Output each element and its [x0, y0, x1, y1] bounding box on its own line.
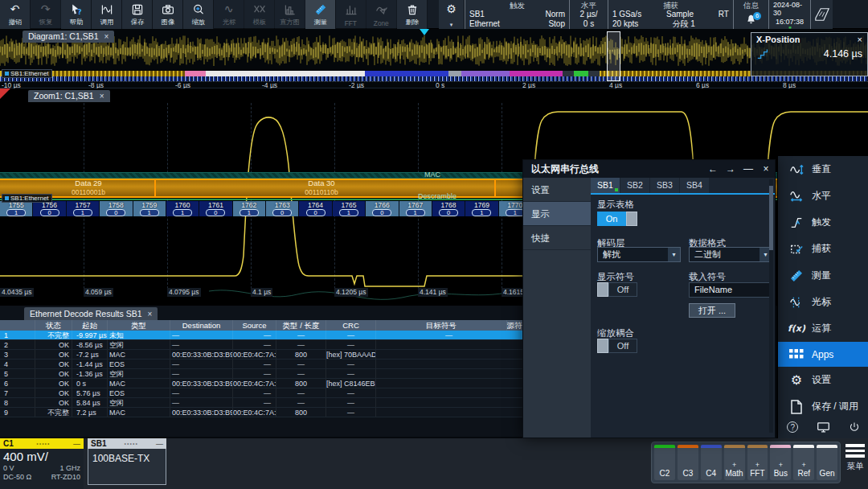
- frame-label[interactable]: Data 30 00110110b: [305, 179, 338, 198]
- column-header[interactable]: 目标符号: [376, 320, 507, 331]
- column-header[interactable]: Destination: [170, 320, 233, 331]
- sidebar-item-horizontal[interactable]: 水平: [778, 183, 868, 209]
- dialog-scrollbar[interactable]: [769, 179, 773, 433]
- table-row[interactable]: 1不完整-9.997 µs未知——————: [0, 331, 530, 340]
- channel-button[interactable]: Gen: [817, 445, 837, 480]
- frame-label[interactable]: Data 29 00110001b: [72, 179, 105, 198]
- histogram-button[interactable]: 直方图: [275, 0, 305, 29]
- toggle-off-state[interactable]: Off: [608, 339, 637, 353]
- zoom-coupling-toggle[interactable]: Off: [597, 339, 637, 353]
- close-icon[interactable]: ×: [757, 163, 775, 175]
- power-icon[interactable]: [849, 421, 860, 433]
- dialog-nav-item[interactable]: 设置: [523, 178, 591, 202]
- bus-tab[interactable]: SB3: [650, 178, 679, 193]
- recall-button[interactable]: 调用: [92, 0, 122, 29]
- bus-sb1-card[interactable]: SB1 ••••• — 100BASE-TX: [88, 438, 166, 485]
- sidebar-item-settings[interactable]: ⚙ 设置: [778, 367, 868, 393]
- sidebar-item-save-recall[interactable]: 保存 / 调用: [778, 393, 868, 420]
- channel-button[interactable]: C3: [678, 445, 698, 480]
- column-header[interactable]: 类型 / 长度: [276, 320, 326, 331]
- undo-button[interactable]: ↶ 撤销: [0, 0, 31, 29]
- tab-decode-results[interactable]: Ethernet Decode Results SB1 ×: [24, 307, 158, 320]
- ethernet-bus-dialog[interactable]: 以太网串行总线 ← → — × 设置显示快捷 SB1SB2SB3SB4 显示表格…: [522, 159, 776, 438]
- channel-c1-card[interactable]: C1 ••••• — 400 mV/ 0 V1 GHz DC-50 ΩRT-ZD…: [0, 438, 84, 489]
- bit-cell[interactable]: 1759 1: [133, 201, 166, 216]
- zoom-button[interactable]: 缩放: [183, 0, 214, 29]
- table-row[interactable]: 9不完整7.2 µsMAC00:E0:33:0B:D3:B900:E0:4C:7…: [0, 408, 530, 417]
- channel-button[interactable]: + FFT: [747, 445, 768, 480]
- measure-button[interactable]: 测量: [305, 0, 336, 29]
- minimize-icon[interactable]: —: [73, 440, 80, 448]
- channel-button[interactable]: + Math: [724, 445, 745, 480]
- bell-icon[interactable]: 6: [745, 14, 757, 25]
- dialog-titlebar[interactable]: 以太网串行总线 ← → — ×: [523, 160, 775, 178]
- sidebar-item-math[interactable]: f(x) 运算: [778, 315, 868, 342]
- bus-signal-badge[interactable]: SB1:Ethernet: [2, 69, 52, 78]
- channel-button[interactable]: C2: [654, 445, 675, 480]
- bit-cell[interactable]: 1756 0: [33, 201, 66, 216]
- bus-tab[interactable]: SB4: [680, 178, 709, 193]
- toolbar-settings-button[interactable]: ⚙ ▾: [439, 0, 465, 29]
- chevron-down-icon[interactable]: ▾: [668, 248, 680, 261]
- bit-cell[interactable]: 1763 0: [266, 201, 299, 216]
- bit-cell[interactable]: 1769 1: [465, 201, 498, 216]
- table-row[interactable]: 4OK-1.44 µsEOS————: [0, 360, 530, 369]
- sidebar-item-cursor[interactable]: 光标: [778, 289, 868, 315]
- minimize-icon[interactable]: —: [156, 440, 163, 448]
- bus-signal-badge[interactable]: SB1:Ethernet: [2, 194, 52, 203]
- x-position-panel[interactable]: X-Position × 4.146 µs: [751, 32, 868, 76]
- bus-tab[interactable]: SB2: [620, 178, 649, 193]
- sidebar-item-apps[interactable]: Apps: [778, 342, 868, 367]
- decode-layer-select[interactable]: 解扰 ▾: [597, 247, 681, 262]
- sidebar-item-acquisition[interactable]: 捕获: [778, 236, 868, 262]
- sidebar-item-measure[interactable]: 测量: [778, 262, 868, 289]
- delete-button[interactable]: 删除: [397, 0, 428, 29]
- trigger-position-marker[interactable]: [420, 29, 429, 35]
- horizontal-status[interactable]: 水平 2 µs/ 0 s: [569, 0, 608, 29]
- drag-handle[interactable]: •••••: [106, 441, 156, 446]
- mask-button[interactable]: 模板: [244, 0, 275, 29]
- bit-cell[interactable]: 1766 0: [366, 201, 399, 216]
- show-symbols-toggle[interactable]: Off: [597, 282, 637, 297]
- channel-button[interactable]: + Ref: [793, 445, 814, 480]
- toggle-knob[interactable]: [626, 212, 637, 226]
- column-header[interactable]: Source: [233, 320, 276, 331]
- bit-cell[interactable]: 1765 1: [333, 201, 366, 216]
- close-icon[interactable]: ×: [100, 90, 104, 102]
- show-table-toggle[interactable]: On: [597, 212, 637, 226]
- overview-diagram[interactable]: Diagram1: C1,SB1 × SB1:Ethernet -10 µs-8…: [0, 29, 868, 88]
- save-button[interactable]: 保存: [122, 0, 153, 29]
- column-header[interactable]: 类型: [108, 320, 170, 331]
- filename-input[interactable]: FileName: [689, 282, 772, 298]
- toggle-knob[interactable]: [597, 339, 608, 353]
- data-format-select[interactable]: 二进制 ▾: [689, 247, 772, 262]
- table-row[interactable]: 2OK-8.56 µs空闲————: [0, 340, 530, 350]
- dialog-nav-item[interactable]: 快捷: [523, 226, 591, 250]
- forward-icon[interactable]: →: [722, 163, 739, 175]
- table-row[interactable]: 7OK5.76 µsEOS————: [0, 388, 530, 398]
- close-icon[interactable]: ×: [104, 31, 109, 43]
- toggle-knob[interactable]: [597, 282, 608, 297]
- help-button[interactable]: ? 帮助: [61, 0, 92, 29]
- channel-button[interactable]: C4: [701, 445, 722, 480]
- bus-tab[interactable]: SB1: [591, 178, 620, 193]
- minimize-icon[interactable]: —: [739, 163, 757, 175]
- screenshot-button[interactable]: 图像: [153, 0, 183, 29]
- toggle-off-state[interactable]: Off: [608, 282, 637, 297]
- bit-cell[interactable]: 1768 0: [432, 201, 465, 216]
- menu-button[interactable]: 菜单: [842, 444, 868, 472]
- cursor-button[interactable]: ∿ 光标: [214, 0, 244, 29]
- tab-zoom1[interactable]: Zoom1: C1,SB1 ×: [28, 90, 110, 102]
- table-row[interactable]: 8OK5.84 µs空闲————: [0, 398, 530, 408]
- column-header[interactable]: 起始: [72, 320, 108, 331]
- sidebar-item-trigger[interactable]: 触发: [778, 209, 868, 236]
- open-button[interactable]: 打开 ...: [689, 303, 735, 318]
- column-header[interactable]: 状态: [35, 320, 72, 331]
- back-icon[interactable]: ←: [704, 163, 722, 175]
- redo-button[interactable]: ↷ 恢复: [31, 0, 61, 29]
- column-header[interactable]: [0, 320, 35, 331]
- dialog-nav-item[interactable]: 显示: [523, 202, 591, 226]
- table-row[interactable]: 6OK0 sMAC00:E0:33:0B:D3:B900:E0:4C:7A:5F…: [0, 379, 530, 388]
- table-row[interactable]: 3OK-7.2 µsMAC00:E0:33:0B:D3:B900:E0:4C:7…: [0, 350, 530, 360]
- bit-cell[interactable]: 1767 1: [399, 201, 432, 216]
